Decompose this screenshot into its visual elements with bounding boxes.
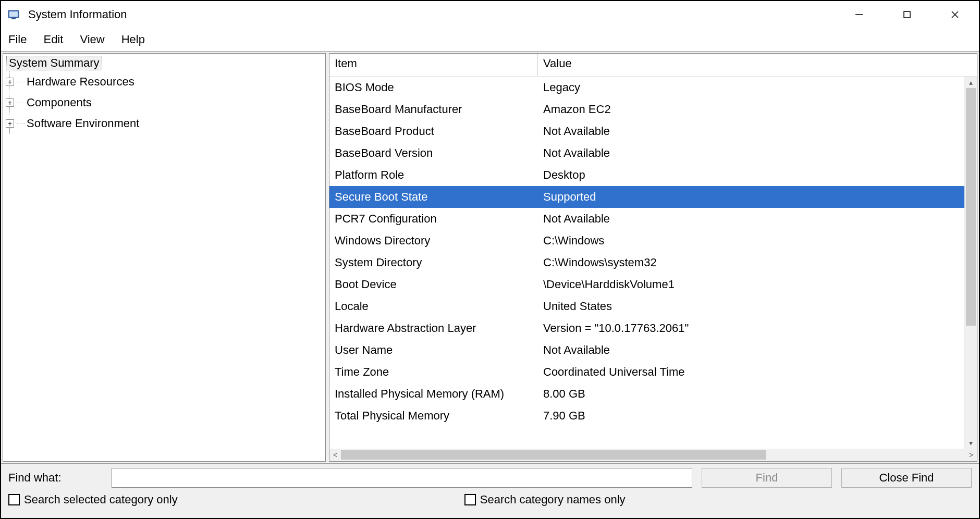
vertical-scrollbar[interactable]: ▴ ▾ (964, 77, 977, 449)
list-row[interactable]: BIOS ModeLegacy (329, 77, 964, 98)
cell-item: Windows Directory (329, 234, 538, 248)
cell-value: Version = "10.0.17763.2061" (538, 322, 964, 335)
scroll-track[interactable] (341, 449, 965, 461)
cell-item: BaseBoard Manufacturer (329, 103, 538, 116)
tree-node-software-environment[interactable]: + Software Environment (10, 113, 322, 134)
list-row[interactable]: System DirectoryC:\Windows\system32 (329, 252, 964, 274)
app-icon (6, 7, 21, 22)
find-bar: Find what: Find Close Find Search select… (1, 464, 979, 518)
tree-root-system-summary[interactable]: System Summary (6, 56, 102, 70)
close-find-button-label: Close Find (879, 471, 934, 485)
list-row[interactable]: Secure Boot StateSupported (329, 186, 964, 208)
cell-item: Installed Physical Memory (RAM) (329, 387, 538, 401)
tree-root-label: System Summary (9, 56, 100, 69)
svg-rect-1 (9, 11, 18, 17)
list-row[interactable]: BaseBoard VersionNot Available (329, 142, 964, 164)
window-title: System Information (28, 8, 127, 21)
cell-value: United States (538, 300, 964, 313)
window-controls (835, 1, 979, 28)
minimize-button[interactable] (835, 1, 883, 28)
close-find-button[interactable]: Close Find (841, 468, 972, 488)
expand-icon[interactable]: + (6, 119, 14, 128)
main-area: System Summary + Hardware Resources + Co… (1, 51, 979, 464)
maximize-button[interactable] (883, 1, 931, 28)
list-row[interactable]: BaseBoard ProductNot Available (329, 120, 964, 142)
scroll-track[interactable] (965, 88, 977, 437)
scroll-thumb[interactable] (966, 88, 976, 326)
search-selected-category-checkbox[interactable]: Search selected category only (8, 493, 178, 506)
cell-value: Not Available (538, 125, 964, 138)
column-header-value[interactable]: Value (538, 54, 977, 76)
tree-node-label: Hardware Resources (24, 75, 134, 89)
list-row[interactable]: User NameNot Available (329, 339, 964, 361)
list-row[interactable]: LocaleUnited States (329, 295, 964, 317)
title-bar: System Information (1, 1, 979, 28)
list-row[interactable]: Windows DirectoryC:\Windows (329, 230, 964, 252)
cell-value: Legacy (538, 81, 964, 94)
cell-value: Not Available (538, 146, 964, 160)
cell-item: BIOS Mode (329, 81, 538, 94)
cell-item: BaseBoard Product (329, 125, 538, 138)
menu-file[interactable]: File (6, 31, 29, 48)
cell-item: Hardware Abstraction Layer (329, 322, 538, 335)
list-row[interactable]: Hardware Abstraction LayerVersion = "10.… (329, 317, 964, 339)
details-list: Item Value BIOS ModeLegacyBaseBoard Manu… (329, 53, 977, 462)
svg-rect-4 (904, 11, 910, 18)
cell-value: Not Available (538, 212, 964, 226)
cell-value: C:\Windows\system32 (538, 256, 964, 269)
column-header-item[interactable]: Item (329, 54, 538, 76)
list-row[interactable]: Platform RoleDesktop (329, 164, 964, 186)
cell-value: Desktop (538, 168, 964, 182)
cell-value: Supported (538, 190, 964, 204)
details-header: Item Value (329, 54, 977, 77)
search-category-names-checkbox[interactable]: Search category names only (464, 493, 626, 506)
cell-value: \Device\HarddiskVolume1 (538, 278, 964, 291)
category-tree[interactable]: System Summary + Hardware Resources + Co… (3, 53, 326, 462)
expand-icon[interactable]: + (6, 78, 14, 86)
tree-node-label: Components (24, 96, 92, 109)
cell-item: System Directory (329, 256, 538, 269)
scroll-right-icon[interactable]: > (965, 449, 977, 461)
checkbox-icon (8, 494, 20, 505)
tree-node-components[interactable]: + Components (10, 92, 322, 113)
cell-item: Locale (329, 300, 538, 313)
scroll-up-icon[interactable]: ▴ (965, 77, 977, 88)
scroll-down-icon[interactable]: ▾ (965, 437, 977, 449)
tree-connector (17, 103, 24, 103)
cell-item: BaseBoard Version (329, 146, 538, 160)
find-button-label: Find (756, 471, 778, 485)
list-row[interactable]: Time ZoneCoordinated Universal Time (329, 361, 964, 383)
horizontal-scrollbar[interactable]: < > (329, 449, 977, 461)
close-button[interactable] (931, 1, 979, 28)
menu-bar: File Edit View Help (1, 28, 979, 51)
tree-node-label: Software Environment (24, 117, 139, 130)
expand-icon[interactable]: + (6, 98, 14, 107)
find-what-input[interactable] (112, 468, 692, 488)
list-row[interactable]: Boot Device\Device\HarddiskVolume1 (329, 274, 964, 295)
menu-help[interactable]: Help (119, 31, 147, 48)
window: System Information File Edit View Help S… (0, 0, 980, 519)
cell-item: Total Physical Memory (329, 409, 538, 423)
find-button[interactable]: Find (702, 468, 832, 488)
tree-connector (17, 123, 24, 124)
scroll-thumb[interactable] (341, 450, 766, 460)
menu-edit[interactable]: Edit (41, 31, 65, 48)
list-row[interactable]: BaseBoard ManufacturerAmazon EC2 (329, 98, 964, 120)
scroll-left-icon[interactable]: < (329, 449, 341, 461)
cell-value: Not Available (538, 343, 964, 357)
checkbox-label: Search selected category only (24, 493, 178, 506)
checkbox-label: Search category names only (480, 493, 626, 506)
checkbox-icon (464, 494, 476, 505)
cell-value: 8.00 GB (538, 387, 964, 401)
list-row[interactable]: Installed Physical Memory (RAM)8.00 GB (329, 383, 964, 405)
tree-node-hardware-resources[interactable]: + Hardware Resources (10, 71, 322, 92)
cell-item: PCR7 Configuration (329, 212, 538, 226)
details-body[interactable]: BIOS ModeLegacyBaseBoard ManufacturerAma… (329, 77, 964, 449)
tree-connector (17, 82, 24, 82)
find-what-label: Find what: (8, 471, 102, 485)
list-row[interactable]: Total Physical Memory7.90 GB (329, 405, 964, 427)
svg-rect-2 (11, 18, 16, 19)
cell-value: C:\Windows (538, 234, 964, 248)
list-row[interactable]: PCR7 ConfigurationNot Available (329, 208, 964, 230)
menu-view[interactable]: View (78, 31, 106, 48)
